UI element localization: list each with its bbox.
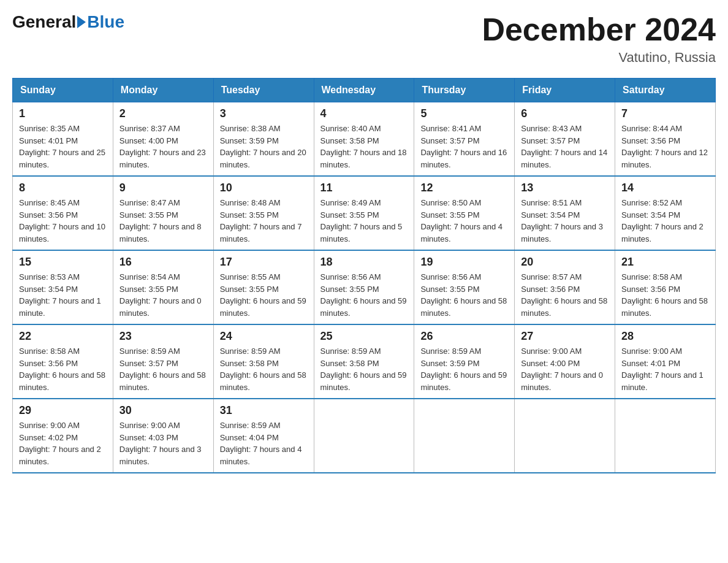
day-info: Sunrise: 8:56 AMSunset: 3:55 PMDaylight:… — [320, 271, 408, 319]
day-info: Sunrise: 8:59 AMSunset: 3:57 PMDaylight:… — [119, 345, 207, 393]
calendar-day-cell: 7Sunrise: 8:44 AMSunset: 3:56 PMDaylight… — [615, 102, 716, 177]
day-number: 5 — [420, 107, 508, 120]
day-info: Sunrise: 8:40 AMSunset: 3:58 PMDaylight:… — [320, 123, 408, 170]
calendar-day-cell: 14Sunrise: 8:52 AMSunset: 3:54 PMDayligh… — [615, 176, 716, 250]
day-info: Sunrise: 8:44 AMSunset: 3:56 PMDaylight:… — [621, 123, 709, 170]
calendar-day-cell: 15Sunrise: 8:53 AMSunset: 3:54 PMDayligh… — [13, 250, 113, 324]
calendar-week-row: 15Sunrise: 8:53 AMSunset: 3:54 PMDayligh… — [13, 250, 716, 324]
calendar-header-friday: Friday — [515, 79, 615, 102]
day-number: 15 — [19, 256, 107, 269]
day-number: 30 — [119, 404, 207, 417]
day-info: Sunrise: 9:00 AMSunset: 4:01 PMDaylight:… — [621, 345, 709, 393]
calendar-day-cell: 18Sunrise: 8:56 AMSunset: 3:55 PMDayligh… — [314, 250, 414, 324]
calendar-header-thursday: Thursday — [414, 79, 515, 102]
day-info: Sunrise: 8:51 AMSunset: 3:54 PMDaylight:… — [521, 197, 609, 245]
calendar-day-cell: 19Sunrise: 8:56 AMSunset: 3:55 PMDayligh… — [414, 250, 515, 324]
logo-arrow-icon — [77, 16, 86, 28]
day-info: Sunrise: 8:49 AMSunset: 3:55 PMDaylight:… — [320, 197, 408, 245]
day-info: Sunrise: 8:59 AMSunset: 4:04 PMDaylight:… — [220, 419, 308, 467]
day-info: Sunrise: 9:00 AMSunset: 4:00 PMDaylight:… — [521, 345, 609, 393]
day-number: 24 — [220, 330, 308, 343]
calendar-day-cell: 2Sunrise: 8:37 AMSunset: 4:00 PMDaylight… — [113, 102, 213, 177]
day-number: 21 — [621, 256, 709, 269]
calendar-day-cell: 5Sunrise: 8:41 AMSunset: 3:57 PMDaylight… — [414, 102, 515, 177]
logo-blue-text: Blue — [87, 12, 124, 32]
day-number: 26 — [420, 330, 508, 343]
calendar-day-cell: 24Sunrise: 8:59 AMSunset: 3:58 PMDayligh… — [213, 324, 314, 399]
day-number: 8 — [19, 182, 107, 194]
logo-general-text: General — [12, 12, 76, 32]
day-number: 22 — [19, 330, 107, 343]
day-info: Sunrise: 8:47 AMSunset: 3:55 PMDaylight:… — [119, 197, 207, 245]
calendar-day-cell: 12Sunrise: 8:50 AMSunset: 3:55 PMDayligh… — [414, 176, 515, 250]
calendar-empty-cell — [515, 399, 615, 473]
day-number: 23 — [119, 330, 207, 343]
day-info: Sunrise: 8:35 AMSunset: 4:01 PMDaylight:… — [19, 123, 107, 170]
day-info: Sunrise: 8:55 AMSunset: 3:55 PMDaylight:… — [220, 271, 308, 319]
day-info: Sunrise: 9:00 AMSunset: 4:02 PMDaylight:… — [19, 419, 107, 467]
calendar-header-monday: Monday — [113, 79, 213, 102]
calendar-week-row: 22Sunrise: 8:58 AMSunset: 3:56 PMDayligh… — [13, 324, 716, 399]
day-info: Sunrise: 8:59 AMSunset: 3:58 PMDaylight:… — [320, 345, 408, 393]
day-number: 18 — [320, 256, 408, 269]
calendar-header-wednesday: Wednesday — [314, 79, 414, 102]
calendar-week-row: 29Sunrise: 9:00 AMSunset: 4:02 PMDayligh… — [13, 399, 716, 473]
day-info: Sunrise: 8:41 AMSunset: 3:57 PMDaylight:… — [420, 123, 508, 170]
day-number: 3 — [220, 107, 308, 120]
day-number: 10 — [220, 182, 308, 194]
day-info: Sunrise: 8:57 AMSunset: 3:56 PMDaylight:… — [521, 271, 609, 319]
calendar-week-row: 8Sunrise: 8:45 AMSunset: 3:56 PMDaylight… — [13, 176, 716, 250]
day-number: 17 — [220, 256, 308, 269]
day-number: 16 — [119, 256, 207, 269]
calendar-day-cell: 29Sunrise: 9:00 AMSunset: 4:02 PMDayligh… — [13, 399, 113, 473]
day-info: Sunrise: 8:59 AMSunset: 3:59 PMDaylight:… — [420, 345, 508, 393]
title-section: December 2024 Vatutino, Russia — [482, 12, 716, 66]
day-info: Sunrise: 8:54 AMSunset: 3:55 PMDaylight:… — [119, 271, 207, 319]
calendar-day-cell: 17Sunrise: 8:55 AMSunset: 3:55 PMDayligh… — [213, 250, 314, 324]
day-number: 11 — [320, 182, 408, 194]
calendar-day-cell: 28Sunrise: 9:00 AMSunset: 4:01 PMDayligh… — [615, 324, 716, 399]
day-number: 27 — [521, 330, 609, 343]
month-title: December 2024 — [482, 12, 716, 47]
calendar-header-sunday: Sunday — [13, 79, 113, 102]
day-number: 4 — [320, 107, 408, 120]
calendar-day-cell: 10Sunrise: 8:48 AMSunset: 3:55 PMDayligh… — [213, 176, 314, 250]
calendar-header-row: SundayMondayTuesdayWednesdayThursdayFrid… — [13, 79, 716, 102]
calendar-day-cell: 3Sunrise: 8:38 AMSunset: 3:59 PMDaylight… — [213, 102, 314, 177]
calendar-day-cell: 6Sunrise: 8:43 AMSunset: 3:57 PMDaylight… — [515, 102, 615, 177]
day-number: 25 — [320, 330, 408, 343]
day-info: Sunrise: 8:43 AMSunset: 3:57 PMDaylight:… — [521, 123, 609, 170]
day-info: Sunrise: 8:45 AMSunset: 3:56 PMDaylight:… — [19, 197, 107, 245]
day-info: Sunrise: 8:37 AMSunset: 4:00 PMDaylight:… — [119, 123, 207, 170]
day-number: 29 — [19, 404, 107, 417]
day-number: 13 — [521, 182, 609, 194]
day-info: Sunrise: 8:38 AMSunset: 3:59 PMDaylight:… — [220, 123, 308, 170]
day-number: 31 — [220, 404, 308, 417]
day-number: 14 — [621, 182, 709, 194]
calendar-day-cell: 16Sunrise: 8:54 AMSunset: 3:55 PMDayligh… — [113, 250, 213, 324]
calendar-day-cell: 26Sunrise: 8:59 AMSunset: 3:59 PMDayligh… — [414, 324, 515, 399]
calendar-day-cell: 13Sunrise: 8:51 AMSunset: 3:54 PMDayligh… — [515, 176, 615, 250]
calendar-empty-cell — [414, 399, 515, 473]
calendar-day-cell: 20Sunrise: 8:57 AMSunset: 3:56 PMDayligh… — [515, 250, 615, 324]
day-number: 2 — [119, 107, 207, 120]
calendar-day-cell: 11Sunrise: 8:49 AMSunset: 3:55 PMDayligh… — [314, 176, 414, 250]
day-number: 1 — [19, 107, 107, 120]
calendar-day-cell: 23Sunrise: 8:59 AMSunset: 3:57 PMDayligh… — [113, 324, 213, 399]
calendar-header-saturday: Saturday — [615, 79, 716, 102]
calendar-day-cell: 22Sunrise: 8:58 AMSunset: 3:56 PMDayligh… — [13, 324, 113, 399]
calendar-day-cell: 8Sunrise: 8:45 AMSunset: 3:56 PMDaylight… — [13, 176, 113, 250]
calendar-table: SundayMondayTuesdayWednesdayThursdayFrid… — [12, 78, 716, 473]
day-number: 12 — [420, 182, 508, 194]
calendar-header-tuesday: Tuesday — [213, 79, 314, 102]
day-info: Sunrise: 8:58 AMSunset: 3:56 PMDaylight:… — [19, 345, 107, 393]
calendar-week-row: 1Sunrise: 8:35 AMSunset: 4:01 PMDaylight… — [13, 102, 716, 177]
calendar-day-cell: 21Sunrise: 8:58 AMSunset: 3:56 PMDayligh… — [615, 250, 716, 324]
calendar-empty-cell — [314, 399, 414, 473]
day-info: Sunrise: 8:53 AMSunset: 3:54 PMDaylight:… — [19, 271, 107, 319]
calendar-day-cell: 30Sunrise: 9:00 AMSunset: 4:03 PMDayligh… — [113, 399, 213, 473]
day-info: Sunrise: 9:00 AMSunset: 4:03 PMDaylight:… — [119, 419, 207, 467]
calendar-day-cell: 27Sunrise: 9:00 AMSunset: 4:00 PMDayligh… — [515, 324, 615, 399]
day-info: Sunrise: 8:48 AMSunset: 3:55 PMDaylight:… — [220, 197, 308, 245]
day-info: Sunrise: 8:50 AMSunset: 3:55 PMDaylight:… — [420, 197, 508, 245]
